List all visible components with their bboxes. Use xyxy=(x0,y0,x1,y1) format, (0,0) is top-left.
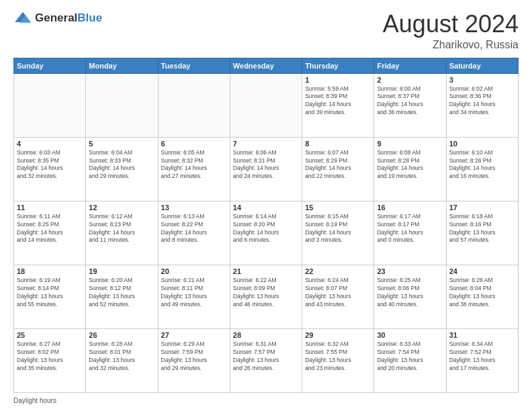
calendar-table: SundayMondayTuesdayWednesdayThursdayFrid… xyxy=(13,58,519,393)
calendar-day-cell: 16Sunrise: 6:17 AM Sunset: 8:17 PM Dayli… xyxy=(374,201,446,265)
day-number: 31 xyxy=(449,331,515,339)
day-number: 6 xyxy=(161,140,227,148)
day-info: Sunrise: 6:27 AM Sunset: 8:02 PM Dayligh… xyxy=(17,340,83,373)
day-number: 22 xyxy=(305,267,371,275)
calendar-day-cell: 23Sunrise: 6:25 AM Sunset: 8:06 PM Dayli… xyxy=(374,265,446,328)
day-of-week-header: Wednesday xyxy=(230,58,302,73)
day-info: Sunrise: 6:08 AM Sunset: 8:28 PM Dayligh… xyxy=(377,149,443,181)
day-number: 29 xyxy=(305,331,371,339)
calendar-day-cell: 20Sunrise: 6:21 AM Sunset: 8:11 PM Dayli… xyxy=(158,265,230,328)
calendar-day-cell: 4Sunrise: 6:03 AM Sunset: 8:35 PM Daylig… xyxy=(14,137,86,201)
calendar-day-cell: 19Sunrise: 6:20 AM Sunset: 8:12 PM Dayli… xyxy=(86,265,158,328)
day-number: 17 xyxy=(449,203,515,212)
day-info: Sunrise: 6:31 AM Sunset: 7:57 PM Dayligh… xyxy=(233,340,299,373)
day-number: 18 xyxy=(17,267,83,275)
calendar-day-cell: 12Sunrise: 6:12 AM Sunset: 8:23 PM Dayli… xyxy=(86,201,158,265)
day-number: 14 xyxy=(233,203,299,212)
day-number: 25 xyxy=(17,331,83,339)
day-info: Sunrise: 6:11 AM Sunset: 8:25 PM Dayligh… xyxy=(17,213,83,245)
daylight-label: Daylight hours xyxy=(13,397,56,404)
logo-icon xyxy=(13,11,32,26)
day-number: 4 xyxy=(17,140,83,148)
title-block: August 2024 Zharikovo, Russia xyxy=(383,11,519,51)
calendar-day-cell xyxy=(86,73,158,137)
day-info: Sunrise: 6:07 AM Sunset: 8:29 PM Dayligh… xyxy=(305,149,371,181)
day-of-week-header: Monday xyxy=(86,58,158,73)
day-number: 24 xyxy=(449,267,515,275)
calendar-day-cell xyxy=(14,73,86,137)
day-info: Sunrise: 6:25 AM Sunset: 8:06 PM Dayligh… xyxy=(377,277,443,309)
calendar-day-cell: 30Sunrise: 6:33 AM Sunset: 7:54 PM Dayli… xyxy=(374,328,446,392)
calendar-day-cell: 2Sunrise: 6:00 AM Sunset: 8:37 PM Daylig… xyxy=(374,73,446,137)
calendar-day-cell: 1Sunrise: 5:59 AM Sunset: 8:39 PM Daylig… xyxy=(302,73,374,137)
calendar-day-cell: 7Sunrise: 6:06 AM Sunset: 8:31 PM Daylig… xyxy=(230,137,302,201)
day-number: 28 xyxy=(233,331,299,339)
location: Zharikovo, Russia xyxy=(383,39,519,51)
calendar-day-cell: 25Sunrise: 6:27 AM Sunset: 8:02 PM Dayli… xyxy=(14,328,86,392)
footer: Daylight hours xyxy=(13,397,519,404)
day-number: 9 xyxy=(377,140,443,148)
day-info: Sunrise: 6:12 AM Sunset: 8:23 PM Dayligh… xyxy=(89,213,154,245)
month-year: August 2024 xyxy=(383,11,519,38)
day-info: Sunrise: 6:21 AM Sunset: 8:11 PM Dayligh… xyxy=(161,277,227,309)
day-info: Sunrise: 6:04 AM Sunset: 8:33 PM Dayligh… xyxy=(89,149,154,181)
day-info: Sunrise: 6:33 AM Sunset: 7:54 PM Dayligh… xyxy=(377,340,443,373)
calendar-day-cell: 8Sunrise: 6:07 AM Sunset: 8:29 PM Daylig… xyxy=(302,137,374,201)
day-info: Sunrise: 6:26 AM Sunset: 8:04 PM Dayligh… xyxy=(449,277,515,309)
day-info: Sunrise: 6:13 AM Sunset: 8:22 PM Dayligh… xyxy=(161,213,227,245)
calendar-header-row: SundayMondayTuesdayWednesdayThursdayFrid… xyxy=(14,58,519,73)
day-of-week-header: Sunday xyxy=(14,58,86,73)
calendar-week-row: 1Sunrise: 5:59 AM Sunset: 8:39 PM Daylig… xyxy=(14,73,519,137)
calendar-week-row: 11Sunrise: 6:11 AM Sunset: 8:25 PM Dayli… xyxy=(14,201,519,265)
day-info: Sunrise: 6:00 AM Sunset: 8:37 PM Dayligh… xyxy=(377,85,443,118)
day-info: Sunrise: 6:20 AM Sunset: 8:12 PM Dayligh… xyxy=(89,277,154,309)
day-number: 15 xyxy=(305,203,371,212)
day-info: Sunrise: 6:03 AM Sunset: 8:35 PM Dayligh… xyxy=(17,149,83,181)
calendar-day-cell: 27Sunrise: 6:29 AM Sunset: 7:59 PM Dayli… xyxy=(158,328,230,392)
day-info: Sunrise: 6:02 AM Sunset: 8:36 PM Dayligh… xyxy=(449,85,515,118)
calendar-day-cell xyxy=(230,73,302,137)
day-number: 21 xyxy=(233,267,299,275)
calendar-day-cell: 17Sunrise: 6:18 AM Sunset: 8:16 PM Dayli… xyxy=(446,201,518,265)
calendar-day-cell: 10Sunrise: 6:10 AM Sunset: 8:26 PM Dayli… xyxy=(446,137,518,201)
calendar-day-cell: 9Sunrise: 6:08 AM Sunset: 8:28 PM Daylig… xyxy=(374,137,446,201)
calendar-week-row: 25Sunrise: 6:27 AM Sunset: 8:02 PM Dayli… xyxy=(14,328,519,392)
day-info: Sunrise: 6:34 AM Sunset: 7:52 PM Dayligh… xyxy=(449,340,515,373)
day-info: Sunrise: 6:05 AM Sunset: 8:32 PM Dayligh… xyxy=(161,149,227,181)
day-number: 2 xyxy=(377,76,443,84)
day-number: 1 xyxy=(305,76,371,84)
calendar-day-cell: 15Sunrise: 6:15 AM Sunset: 8:19 PM Dayli… xyxy=(302,201,374,265)
day-number: 8 xyxy=(305,140,371,148)
day-number: 20 xyxy=(161,267,227,275)
calendar-body: 1Sunrise: 5:59 AM Sunset: 8:39 PM Daylig… xyxy=(14,73,519,392)
day-info: Sunrise: 6:18 AM Sunset: 8:16 PM Dayligh… xyxy=(449,213,515,245)
day-number: 19 xyxy=(89,267,154,275)
day-info: Sunrise: 6:15 AM Sunset: 8:19 PM Dayligh… xyxy=(305,213,371,245)
logo-text: GeneralBlue xyxy=(35,11,102,25)
logo-blue: Blue xyxy=(77,11,102,24)
logo: GeneralBlue xyxy=(13,11,102,26)
day-number: 26 xyxy=(89,331,154,339)
day-number: 27 xyxy=(161,331,227,339)
day-of-week-header: Thursday xyxy=(302,58,374,73)
calendar-day-cell: 26Sunrise: 6:28 AM Sunset: 8:01 PM Dayli… xyxy=(86,328,158,392)
day-number: 10 xyxy=(449,140,515,148)
calendar-day-cell: 29Sunrise: 6:32 AM Sunset: 7:55 PM Dayli… xyxy=(302,328,374,392)
calendar-day-cell xyxy=(158,73,230,137)
header: GeneralBlue August 2024 Zharikovo, Russi… xyxy=(13,11,519,51)
calendar-day-cell: 28Sunrise: 6:31 AM Sunset: 7:57 PM Dayli… xyxy=(230,328,302,392)
day-info: Sunrise: 6:06 AM Sunset: 8:31 PM Dayligh… xyxy=(233,149,299,181)
calendar-day-cell: 3Sunrise: 6:02 AM Sunset: 8:36 PM Daylig… xyxy=(446,73,518,137)
calendar-day-cell: 13Sunrise: 6:13 AM Sunset: 8:22 PM Dayli… xyxy=(158,201,230,265)
day-info: Sunrise: 6:32 AM Sunset: 7:55 PM Dayligh… xyxy=(305,340,371,373)
day-of-week-header: Tuesday xyxy=(158,58,230,73)
calendar-day-cell: 14Sunrise: 6:14 AM Sunset: 8:20 PM Dayli… xyxy=(230,201,302,265)
calendar-day-cell: 6Sunrise: 6:05 AM Sunset: 8:32 PM Daylig… xyxy=(158,137,230,201)
day-of-week-header: Saturday xyxy=(446,58,518,73)
day-number: 11 xyxy=(17,203,83,212)
day-info: Sunrise: 6:22 AM Sunset: 8:09 PM Dayligh… xyxy=(233,277,299,309)
day-of-week-header: Friday xyxy=(374,58,446,73)
day-info: Sunrise: 6:19 AM Sunset: 8:14 PM Dayligh… xyxy=(17,277,83,309)
day-number: 12 xyxy=(89,203,154,212)
day-number: 23 xyxy=(377,267,443,275)
